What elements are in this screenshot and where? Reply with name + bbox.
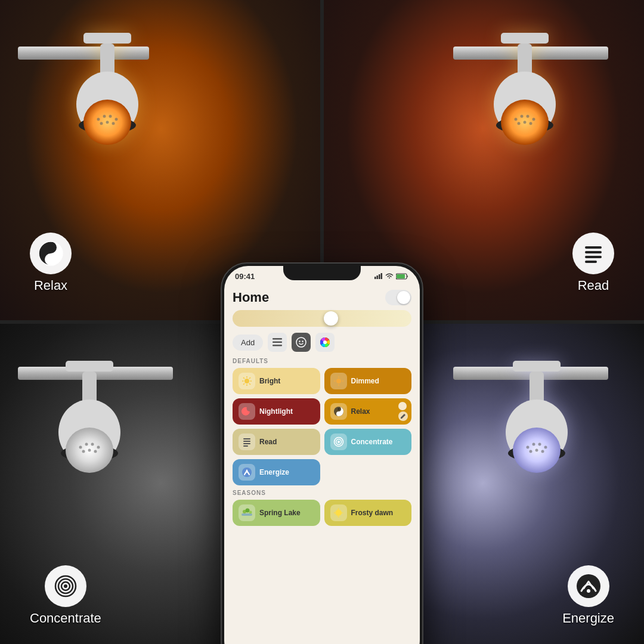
seasons-section-label: SEASONS <box>233 490 411 496</box>
read-icon-circle <box>572 233 614 274</box>
svg-rect-61 <box>374 277 376 279</box>
status-icons <box>374 273 409 280</box>
dimmed-icon-box <box>330 373 347 389</box>
svg-point-50 <box>48 257 53 262</box>
svg-point-10 <box>106 121 109 124</box>
svg-point-22 <box>524 121 527 124</box>
color-button[interactable] <box>315 333 335 352</box>
svg-rect-68 <box>273 342 282 343</box>
phone-notch <box>283 264 361 280</box>
svg-point-47 <box>541 450 544 453</box>
phone-outer-shell: 09:41 <box>221 262 423 644</box>
svg-rect-67 <box>273 338 282 340</box>
brightness-knob <box>324 311 338 326</box>
relax-icon-box <box>330 403 347 420</box>
svg-point-75 <box>244 379 249 383</box>
svg-point-5 <box>97 118 100 121</box>
svg-point-60 <box>587 589 590 593</box>
svg-point-29 <box>79 446 82 449</box>
bright-icon-box <box>239 373 255 389</box>
phone-mockup: 09:41 <box>203 262 441 632</box>
svg-line-80 <box>243 377 244 379</box>
spring-icon <box>242 507 252 518</box>
battery-icon <box>396 273 409 280</box>
svg-rect-64 <box>381 273 383 279</box>
svg-point-11 <box>112 122 115 125</box>
svg-rect-92 <box>243 438 250 439</box>
relax-icon <box>38 240 64 267</box>
brightness-slider[interactable] <box>233 310 411 327</box>
home-toggle[interactable] <box>385 290 411 305</box>
svg-rect-1 <box>100 44 114 76</box>
add-button[interactable]: Add <box>233 335 263 351</box>
action-bar: Add <box>233 333 411 352</box>
scene-card-spring[interactable]: Spring Lake <box>233 500 320 526</box>
svg-point-44 <box>544 446 547 449</box>
svg-point-90 <box>338 408 340 410</box>
svg-rect-24 <box>66 361 113 371</box>
bright-label: Bright <box>259 377 280 385</box>
frosty-label: Frosty dawn <box>351 509 394 517</box>
svg-point-7 <box>109 115 112 118</box>
svg-rect-62 <box>377 275 379 279</box>
home-title: Home <box>233 290 269 305</box>
svg-point-21 <box>518 122 521 125</box>
scene-card-bright[interactable]: Bright <box>233 368 320 394</box>
svg-point-20 <box>532 118 535 121</box>
svg-point-43 <box>538 443 541 446</box>
scene-card-dimmed[interactable]: Dimmed <box>324 368 412 394</box>
svg-point-103 <box>249 511 252 514</box>
read-text: Read <box>578 278 609 293</box>
scene-card-frosty[interactable]: Frosty dawn <box>324 500 412 526</box>
concentrate-scene-label: Concentrate <box>351 438 393 446</box>
svg-rect-95 <box>243 445 248 447</box>
svg-point-33 <box>82 450 85 453</box>
scene-view-button[interactable] <box>292 333 311 352</box>
nightlight-icon <box>242 406 252 417</box>
bright-icon <box>242 376 252 386</box>
svg-point-102 <box>246 509 250 513</box>
svg-point-32 <box>97 446 100 449</box>
dimmed-icon <box>333 376 344 386</box>
scene-card-energize[interactable]: Energize <box>233 459 320 485</box>
svg-point-18 <box>521 115 524 118</box>
svg-rect-93 <box>243 441 250 442</box>
scene-icon <box>296 337 306 348</box>
main-container: Relax Read Concentrate <box>0 0 644 644</box>
spotlight-top-right <box>465 33 584 202</box>
list-view-button[interactable] <box>268 333 287 352</box>
wifi-icon <box>385 273 394 279</box>
scene-card-concentrate[interactable]: Concentrate <box>324 429 412 455</box>
svg-point-96 <box>338 441 340 443</box>
signal-icon <box>374 273 383 279</box>
energize-scene-label: Energize <box>259 468 289 476</box>
svg-point-71 <box>299 340 300 342</box>
relax-icon-circle <box>30 233 72 274</box>
svg-rect-63 <box>379 274 380 279</box>
scene-card-nightlight[interactable]: Nightlight <box>233 398 320 425</box>
svg-rect-37 <box>530 371 544 404</box>
svg-point-42 <box>532 443 535 446</box>
svg-rect-51 <box>585 246 602 249</box>
concentrate-scene-icon <box>333 436 344 447</box>
scene-card-read[interactable]: Read <box>233 429 320 455</box>
relax-scene-icon <box>333 406 344 417</box>
svg-point-59 <box>577 574 600 598</box>
scene-grid-defaults: Bright <box>233 368 411 485</box>
svg-point-91 <box>338 413 340 415</box>
concentrate-icon <box>52 573 79 599</box>
spotlight-bottom-left <box>30 361 149 530</box>
svg-rect-94 <box>243 443 250 444</box>
svg-rect-100 <box>242 513 252 516</box>
svg-rect-0 <box>83 33 131 44</box>
svg-point-8 <box>115 118 118 121</box>
scene-card-relax[interactable]: Relax <box>324 398 412 425</box>
svg-rect-52 <box>585 251 602 253</box>
concentrate-icon-box <box>330 434 347 450</box>
svg-point-31 <box>91 443 94 446</box>
spotlight-bottom-right <box>477 361 596 530</box>
read-scene-icon <box>242 436 252 447</box>
status-time: 09:41 <box>235 272 255 281</box>
svg-rect-25 <box>82 371 97 404</box>
svg-rect-53 <box>585 256 602 258</box>
